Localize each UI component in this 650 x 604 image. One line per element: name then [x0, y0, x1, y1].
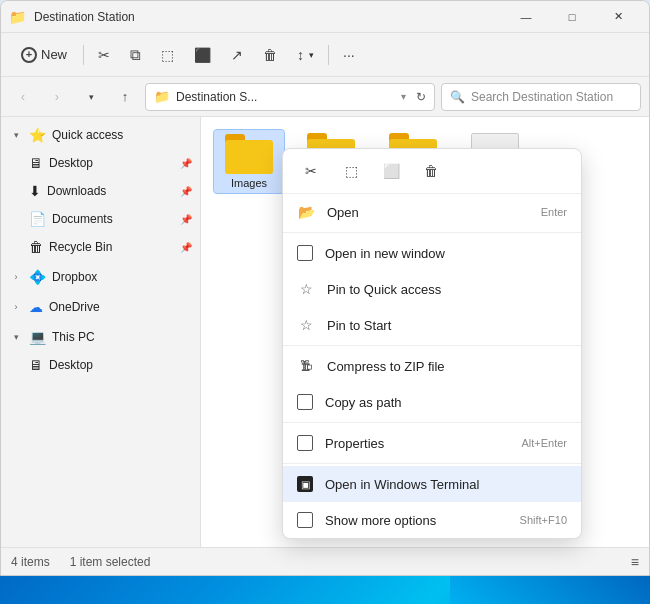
ctx-cut-button[interactable]: ✂: [295, 157, 327, 185]
desktop2-icon: 🖥: [29, 357, 43, 373]
sidebar-item-downloads[interactable]: ⬇ Downloads 📌: [1, 177, 200, 205]
sidebar-dropbox-label: Dropbox: [52, 270, 192, 284]
sidebar: ▾ ⭐ Quick access 🖥 Desktop 📌 ⬇ Downloads…: [1, 117, 201, 547]
sidebar-item-onedrive[interactable]: › ☁ OneDrive: [1, 293, 200, 321]
sidebar-item-desktop[interactable]: 🖥 Desktop 📌: [1, 149, 200, 177]
quick-access-star-icon: ⭐: [29, 127, 46, 143]
ctx-sep-4: [283, 463, 581, 464]
share-icon: ↗: [231, 47, 243, 63]
new-button[interactable]: + New: [11, 42, 77, 68]
ctx-pin-quick[interactable]: ☆ Pin to Quick access: [283, 271, 581, 307]
ctx-copy-path-icon: [297, 394, 313, 410]
documents-icon: 📄: [29, 211, 46, 227]
ctx-open-terminal[interactable]: ▣ Open in Windows Terminal: [283, 466, 581, 502]
context-menu: ✂ ⬚ ⬜ 🗑 📂 Open Enter Open in new window …: [282, 148, 582, 539]
paste-button[interactable]: ⬚: [153, 43, 182, 67]
sidebar-onedrive-label: OneDrive: [49, 300, 192, 314]
file-item-images[interactable]: Images: [213, 129, 285, 194]
context-mini-toolbar: ✂ ⬚ ⬜ 🗑: [283, 149, 581, 194]
sidebar-section-this-pc: ▾ 💻 This PC 🖥 Desktop: [1, 323, 200, 379]
onedrive-expand-icon: ›: [9, 302, 23, 312]
sidebar-item-documents[interactable]: 📄 Documents 📌: [1, 205, 200, 233]
address-path[interactable]: 📁 Destination S... ▾ ↻: [145, 83, 435, 111]
sidebar-downloads-label: Downloads: [47, 184, 174, 198]
ctx-copy-button[interactable]: ⬚: [335, 157, 367, 185]
search-box[interactable]: 🔍 Search Destination Station: [441, 83, 641, 111]
sort-button[interactable]: ↕ ▾: [289, 43, 322, 67]
cut-button[interactable]: ✂: [90, 43, 118, 67]
downloads-icon: ⬇: [29, 183, 41, 199]
view-icon[interactable]: ≡: [631, 554, 639, 570]
ctx-open-new-window[interactable]: Open in new window: [283, 235, 581, 271]
share-button[interactable]: ↗: [223, 43, 251, 67]
this-pc-icon: 💻: [29, 329, 46, 345]
sidebar-recycle-label: Recycle Bin: [49, 240, 174, 254]
ctx-copy-path-label: Copy as path: [325, 395, 567, 410]
ctx-compress[interactable]: 🗜 Compress to ZIP file: [283, 348, 581, 384]
sidebar-section-onedrive: › ☁ OneDrive: [1, 293, 200, 321]
ctx-open[interactable]: 📂 Open Enter: [283, 194, 581, 230]
ctx-sep-2: [283, 345, 581, 346]
pin-icon-3: 📌: [180, 214, 192, 225]
path-folder-icon: 📁: [154, 89, 170, 104]
ctx-pin-start-icon: ☆: [297, 316, 315, 334]
dropdown-button[interactable]: ▾: [77, 83, 105, 111]
more-button[interactable]: ···: [335, 43, 363, 67]
ctx-compress-icon: 🗜: [297, 357, 315, 375]
search-placeholder: Search Destination Station: [471, 90, 613, 104]
paste-icon: ⬚: [161, 47, 174, 63]
copy-button[interactable]: ⧉: [122, 42, 149, 68]
refresh-button[interactable]: ↻: [416, 90, 426, 104]
ctx-terminal-icon: ▣: [297, 476, 313, 492]
sidebar-item-dropbox[interactable]: › 💠 Dropbox: [1, 263, 200, 291]
ctx-show-more[interactable]: Show more options Shift+F10: [283, 502, 581, 538]
back-button[interactable]: ‹: [9, 83, 37, 111]
onedrive-icon: ☁: [29, 299, 43, 315]
move-button[interactable]: ⬛: [186, 43, 219, 67]
desktop-icon: 🖥: [29, 155, 43, 171]
file-name-images: Images: [218, 177, 280, 189]
ctx-pin-start-label: Pin to Start: [327, 318, 567, 333]
minimize-button[interactable]: —: [503, 1, 549, 33]
new-label: New: [41, 47, 67, 62]
forward-button[interactable]: ›: [43, 83, 71, 111]
ctx-paste-button[interactable]: ⬜: [375, 157, 407, 185]
up-button[interactable]: ↑: [111, 83, 139, 111]
ctx-copy-path[interactable]: Copy as path: [283, 384, 581, 420]
ctx-sep-1: [283, 232, 581, 233]
this-pc-expand-icon: ▾: [9, 332, 23, 342]
maximize-button[interactable]: □: [549, 1, 595, 33]
title-bar-text: Destination Station: [30, 10, 499, 24]
move-icon: ⬛: [194, 47, 211, 63]
toolbar-separator-1: [83, 45, 84, 65]
status-right: ≡: [631, 554, 639, 570]
ctx-compress-label: Compress to ZIP file: [327, 359, 567, 374]
sort-chevron-icon: ▾: [309, 50, 314, 60]
pin-icon: 📌: [180, 158, 192, 169]
ctx-properties[interactable]: Properties Alt+Enter: [283, 425, 581, 461]
search-icon: 🔍: [450, 90, 465, 104]
folder-icon-images: [225, 134, 273, 174]
delete-button[interactable]: 🗑: [255, 43, 285, 67]
dropbox-expand-icon: ›: [9, 272, 23, 282]
delete-icon: 🗑: [263, 47, 277, 63]
sidebar-desktop2-label: Desktop: [49, 358, 192, 372]
sidebar-item-this-pc[interactable]: ▾ 💻 This PC: [1, 323, 200, 351]
sort-icon: ↕: [297, 47, 304, 63]
close-button[interactable]: ✕: [595, 1, 641, 33]
new-icon: +: [21, 47, 37, 63]
ctx-pin-quick-icon: ☆: [297, 280, 315, 298]
ctx-open-new-window-label: Open in new window: [325, 246, 567, 261]
ctx-delete-button[interactable]: 🗑: [415, 157, 447, 185]
ctx-sep-3: [283, 422, 581, 423]
title-bar: 📁 Destination Station — □ ✕: [1, 1, 649, 33]
more-icon: ···: [343, 47, 355, 63]
sidebar-this-pc-label: This PC: [52, 330, 192, 344]
path-text: Destination S...: [176, 90, 395, 104]
ctx-pin-start[interactable]: ☆ Pin to Start: [283, 307, 581, 343]
sidebar-item-desktop-pc[interactable]: 🖥 Desktop: [1, 351, 200, 379]
sidebar-item-quick-access[interactable]: ▾ ⭐ Quick access: [1, 121, 200, 149]
sidebar-desktop-label: Desktop: [49, 156, 174, 170]
ctx-properties-icon: [297, 435, 313, 451]
sidebar-item-recycle[interactable]: 🗑 Recycle Bin 📌: [1, 233, 200, 261]
